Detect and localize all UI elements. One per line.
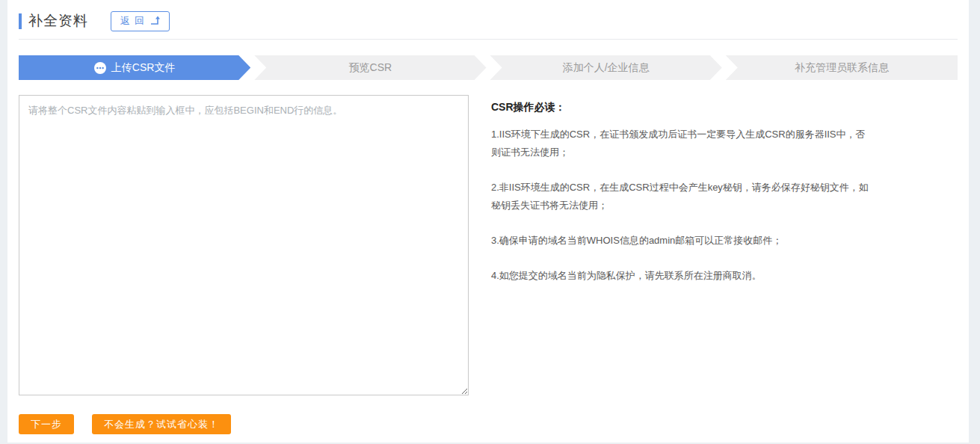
page-title: 补全资料	[28, 11, 88, 31]
instruction-item: 1.IIS环境下生成的CSR，在证书颁发成功后证书一定要导入生成CSR的服务器I…	[491, 126, 869, 161]
csr-instructions-panel: CSR操作必读： 1.IIS环境下生成的CSR，在证书颁发成功后证书一定要导入生…	[491, 95, 869, 395]
step-label: 添加个人/企业信息	[563, 61, 650, 75]
instructions-heading: CSR操作必读：	[491, 98, 869, 116]
comment-dots-icon	[94, 62, 106, 74]
step-admin-contact[interactable]: 补充管理员联系信息	[726, 55, 958, 80]
return-arrow-icon	[149, 16, 161, 25]
action-bar: 下一步 不会生成？试试省心装！	[19, 414, 958, 434]
content-area: 补全资料 返回 上传CSR文件	[7, 0, 969, 443]
step-wizard: 上传CSR文件 预览CSR 添加个人/企业信息 补充管理员联系信息	[19, 55, 958, 80]
step-label: 上传CSR文件	[111, 61, 176, 75]
step-add-info[interactable]: 添加个人/企业信息	[490, 55, 722, 80]
instruction-item: 3.确保申请的域名当前WHOIS信息的admin邮箱可以正常接收邮件；	[491, 232, 869, 250]
step-label: 补充管理员联系信息	[795, 61, 889, 75]
step-label: 预览CSR	[349, 61, 392, 75]
page-header: 补全资料 返回	[19, 10, 958, 31]
title-accent-bar	[19, 13, 22, 29]
csr-input[interactable]	[19, 95, 469, 395]
easy-install-button[interactable]: 不会生成？试试省心装！	[92, 414, 231, 434]
back-button[interactable]: 返回	[111, 11, 170, 31]
step-upload-csr[interactable]: 上传CSR文件	[19, 55, 250, 80]
header-divider	[19, 39, 958, 40]
back-button-label: 返回	[120, 14, 149, 28]
instruction-item: 2.非IIS环境生成的CSR，在生成CSR过程中会产生key秘钥，请务必保存好秘…	[491, 179, 869, 215]
main-area: CSR操作必读： 1.IIS环境下生成的CSR，在证书颁发成功后证书一定要导入生…	[19, 95, 958, 395]
next-step-button[interactable]: 下一步	[19, 414, 74, 434]
instruction-item: 4.如您提交的域名当前为隐私保护，请先联系所在注册商取消。	[491, 267, 869, 285]
step-preview-csr[interactable]: 预览CSR	[254, 55, 486, 80]
